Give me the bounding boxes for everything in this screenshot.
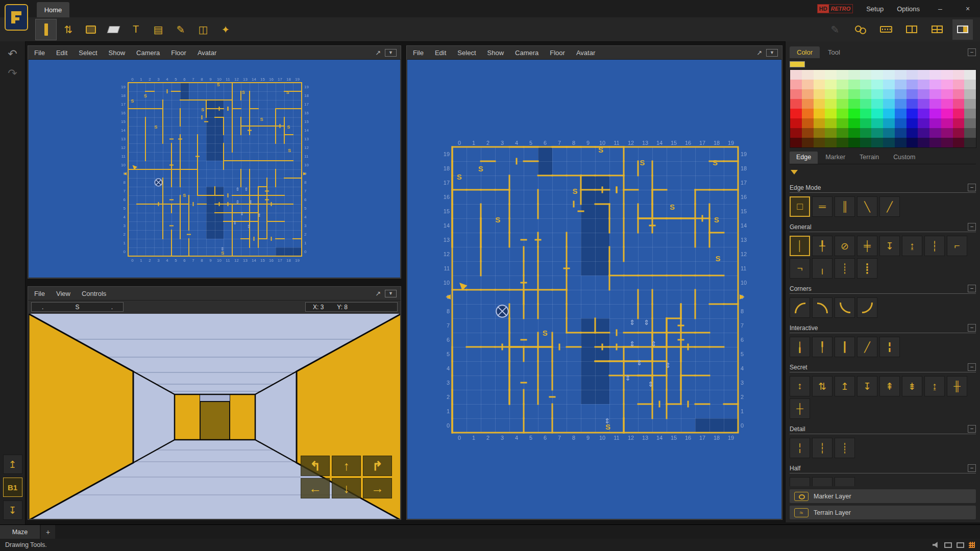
board-tab-maze[interactable]: Maze <box>0 525 40 539</box>
menu-setup[interactable]: Setup <box>866 5 884 13</box>
turn-right-button[interactable]: ↱ <box>363 456 392 476</box>
section-collapse-icon[interactable]: – <box>968 464 976 472</box>
palette-swatch[interactable] <box>906 70 918 80</box>
menu-view[interactable]: View <box>56 290 70 297</box>
current-floor-button[interactable]: B1 <box>3 478 22 497</box>
palette-swatch[interactable] <box>802 80 814 89</box>
palette-swatch[interactable] <box>918 128 929 138</box>
tube-tool[interactable]: ◫ <box>193 19 213 40</box>
door-heavy-button[interactable]: ┃ <box>835 337 855 357</box>
palette-swatch[interactable] <box>953 118 965 128</box>
palette-swatch[interactable] <box>941 109 953 118</box>
pen-tool[interactable]: ✎ <box>170 19 191 40</box>
edge-mode-diagonal-forward-button[interactable]: ╱ <box>879 196 900 217</box>
turn-left-button[interactable]: ↰ <box>301 456 330 476</box>
secret-swap-button[interactable]: ⇅ <box>812 376 832 396</box>
sidebar-tab-tool[interactable]: Tool <box>821 46 847 58</box>
half-left-button[interactable]: ╸ <box>790 477 810 486</box>
secret-down-bar-button[interactable]: ↧ <box>857 376 877 396</box>
palette-swatch[interactable] <box>929 118 941 128</box>
palette-swatch[interactable] <box>906 128 918 138</box>
palette-swatch[interactable] <box>895 80 906 89</box>
detail-thin-button[interactable]: ╎ <box>790 438 810 458</box>
menu-edit[interactable]: Edit <box>56 49 67 57</box>
palette-swatch[interactable] <box>802 128 814 138</box>
menu-options[interactable]: Options <box>897 5 920 13</box>
palette-swatch[interactable] <box>906 138 918 147</box>
secret-page-up-button[interactable]: ⇞ <box>879 376 900 396</box>
floor-down-button[interactable]: ↧ <box>3 500 22 520</box>
secret-cross-button[interactable]: ╫ <box>947 376 967 396</box>
palette-swatch[interactable] <box>871 118 883 128</box>
edge-wall-stub-button[interactable]: ╷ <box>812 258 832 279</box>
palette-swatch[interactable] <box>790 118 802 128</box>
palette-swatch[interactable] <box>953 80 965 89</box>
palette-swatch[interactable] <box>918 89 929 99</box>
palette-swatch[interactable] <box>814 99 825 109</box>
palette-swatch[interactable] <box>929 138 941 147</box>
palette-swatch[interactable] <box>964 99 976 109</box>
section-collapse-icon[interactable]: – <box>968 223 976 231</box>
edge-wall-hole-button[interactable]: ⊘ <box>835 236 855 256</box>
palette-swatch[interactable] <box>929 89 941 99</box>
menu-avatar[interactable]: Avatar <box>576 49 595 57</box>
section-collapse-icon[interactable]: – <box>968 285 976 292</box>
palette-swatch[interactable] <box>918 70 929 80</box>
sidebar-collapse-icon[interactable]: – <box>968 48 976 56</box>
door-slash-button[interactable]: ╱ <box>857 337 877 357</box>
menu-file[interactable]: File <box>34 49 45 57</box>
palette-swatch[interactable] <box>941 118 953 128</box>
palette-swatch[interactable] <box>918 99 929 109</box>
palette-swatch[interactable] <box>848 128 860 138</box>
palette-swatch[interactable] <box>790 99 802 109</box>
menu-file[interactable]: File <box>413 49 424 57</box>
palette-swatch[interactable] <box>802 70 814 80</box>
door-split-button[interactable]: ╏ <box>879 337 900 357</box>
terrain-layer-row[interactable]: ≈Terrain Layer <box>790 506 976 519</box>
palette-swatch[interactable] <box>883 80 895 89</box>
palette-swatch[interactable] <box>871 109 883 118</box>
palette-swatch[interactable] <box>802 138 814 147</box>
palette-swatch[interactable] <box>860 89 872 99</box>
palette-swatch[interactable] <box>871 89 883 99</box>
palette-swatch[interactable] <box>860 109 872 118</box>
palette-swatch[interactable] <box>790 128 802 138</box>
palette-swatch[interactable] <box>895 99 906 109</box>
layout-split-tool[interactable] <box>901 19 922 40</box>
palette-swatch[interactable] <box>825 80 837 89</box>
palette-swatch[interactable] <box>848 89 860 99</box>
edge-wall-post-button[interactable]: ╀ <box>812 236 832 256</box>
palette-swatch[interactable] <box>802 109 814 118</box>
section-collapse-icon[interactable]: – <box>968 425 976 433</box>
edge-wall-arrow-down-button[interactable]: ↧ <box>879 236 900 256</box>
palette-swatch[interactable] <box>790 138 802 147</box>
palette-swatch[interactable] <box>814 80 825 89</box>
menu-file[interactable]: File <box>34 290 45 297</box>
avatar-settings-tool[interactable] <box>850 19 871 40</box>
palette-swatch[interactable] <box>918 118 929 128</box>
menu-show[interactable]: Show <box>109 49 126 57</box>
palette-swatch[interactable] <box>918 80 929 89</box>
layout-grid-tool[interactable] <box>927 19 947 40</box>
palette-swatch[interactable] <box>860 99 872 109</box>
text-tool[interactable]: T <box>126 19 146 40</box>
palette-swatch[interactable] <box>848 118 860 128</box>
palette-swatch[interactable] <box>825 89 837 99</box>
palette-swatch[interactable] <box>802 89 814 99</box>
palette-swatch[interactable] <box>814 138 825 147</box>
menu-floor[interactable]: Floor <box>171 49 186 57</box>
palette-swatch[interactable] <box>837 109 848 118</box>
edge-wall-button[interactable]: │ <box>790 236 810 256</box>
palette-swatch[interactable] <box>906 80 918 89</box>
palette-swatch[interactable] <box>790 89 802 99</box>
marker-layer-row[interactable]: Marker Layer <box>790 489 976 503</box>
edge-wall-hook-left-button[interactable]: ⌐ <box>947 236 967 256</box>
palette-swatch[interactable] <box>871 128 883 138</box>
section-collapse-icon[interactable]: – <box>968 363 976 371</box>
edge-mode-horizontal-button[interactable]: ═ <box>812 196 832 217</box>
edge-wall-dotted-button[interactable]: ┊ <box>835 258 855 279</box>
palette-swatch[interactable] <box>941 138 953 147</box>
palette-swatch[interactable] <box>895 118 906 128</box>
redo-icon[interactable]: ↷ <box>0 67 25 80</box>
palette-swatch[interactable] <box>814 109 825 118</box>
